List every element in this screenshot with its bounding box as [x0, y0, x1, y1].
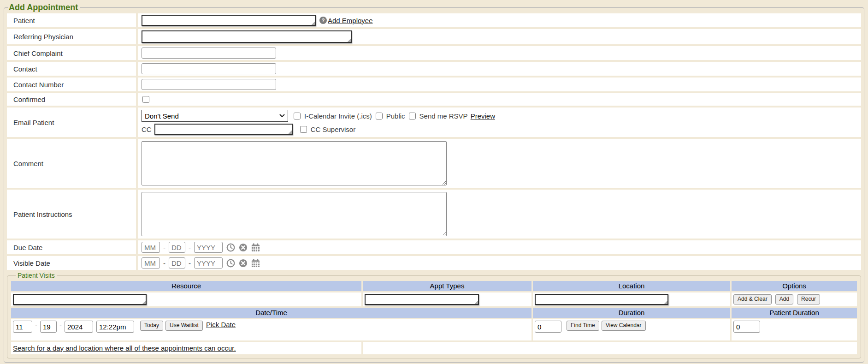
visit-datetime-row: - - Today Use Waitlist Pick Date Find Ti… [11, 319, 857, 340]
referring-physician-row: Referring Physician [7, 29, 861, 44]
patient-duration-input[interactable] [733, 321, 760, 333]
visit-day-input[interactable] [40, 321, 57, 333]
cc-input[interactable] [154, 124, 293, 135]
ical-invite-label: I-Calendar Invite (.ics) [304, 112, 372, 120]
send-rsvp-checkbox[interactable] [409, 113, 416, 119]
patient-row: Patient ? Add Employee [7, 13, 861, 27]
due-date-label: Due Date [7, 240, 136, 254]
comment-textarea[interactable] [142, 141, 447, 185]
visible-date-day-input[interactable] [169, 257, 185, 269]
find-time-button[interactable]: Find Time [567, 321, 599, 331]
add-appointment-section: Add Appointment Patient ? Add Employee R… [4, 3, 864, 363]
visit-time-input[interactable] [96, 321, 134, 333]
visible-date-label: Visible Date [7, 256, 136, 270]
due-date-day-input[interactable] [169, 242, 185, 253]
patient-visits-legend: Patient Visits [16, 272, 57, 279]
column-header-duration: Duration [533, 308, 730, 318]
visit-header-row-2: Date/Time Duration Patient Duration [11, 308, 857, 318]
pick-date-link[interactable]: Pick Date [206, 321, 236, 328]
email-send-select-value: Don't Send [145, 112, 179, 120]
column-header-patient-duration: Patient Duration [732, 308, 857, 318]
duration-input[interactable] [535, 321, 561, 333]
visible-date-month-input[interactable] [142, 257, 160, 269]
contact-number-row: Contact Number [7, 78, 861, 91]
date-separator: - [189, 244, 191, 251]
date-separator: - [189, 259, 191, 267]
due-date-month-input[interactable] [142, 242, 160, 253]
help-icon[interactable]: ? [319, 17, 327, 24]
clock-icon[interactable] [226, 259, 235, 268]
email-send-select[interactable]: Don't Send [142, 110, 288, 122]
contact-number-input[interactable] [142, 79, 276, 90]
contact-row: Contact [7, 62, 861, 76]
public-label: Public [386, 112, 405, 120]
cc-supervisor-label: CC Supervisor [311, 125, 356, 133]
clock-icon[interactable] [226, 243, 235, 252]
patient-visits-section: Patient Visits Resource Appt Types Locat… [7, 272, 861, 358]
contact-label: Contact [7, 62, 136, 76]
calendar-icon[interactable] [251, 259, 260, 268]
confirmed-label: Confirmed [7, 93, 136, 106]
add-employee-link[interactable]: Add Employee [328, 17, 373, 24]
patient-label: Patient [7, 13, 136, 27]
clear-date-icon[interactable] [239, 243, 248, 252]
referring-physician-label: Referring Physician [7, 29, 136, 44]
patient-instructions-textarea[interactable] [142, 192, 447, 236]
visit-month-input[interactable] [13, 321, 32, 333]
cc-supervisor-checkbox[interactable] [300, 126, 307, 133]
date-separator: - [163, 244, 165, 251]
use-waitlist-button[interactable]: Use Waitlist [165, 321, 203, 331]
view-calendar-button[interactable]: View Calendar [602, 321, 646, 331]
add-and-clear-button[interactable]: Add & Clear [733, 294, 772, 304]
comment-label: Comment [7, 139, 136, 188]
patient-input[interactable] [142, 15, 316, 26]
date-separator: - [35, 321, 37, 328]
recur-button[interactable]: Recur [797, 294, 820, 304]
send-rsvp-label: Send me RSVP [419, 112, 468, 120]
column-header-datetime: Date/Time [11, 308, 531, 318]
visit-year-input[interactable] [65, 321, 93, 333]
date-separator: - [59, 321, 62, 328]
column-header-resource: Resource [11, 281, 361, 291]
chief-complaint-label: Chief Complaint [7, 46, 136, 60]
public-checkbox[interactable] [376, 113, 383, 119]
chief-complaint-input[interactable] [142, 48, 276, 59]
cc-label: CC [142, 125, 152, 133]
due-date-row: Due Date - - [7, 240, 861, 254]
confirmed-checkbox[interactable] [142, 96, 149, 103]
column-header-appt-types: Appt Types [363, 281, 531, 291]
appt-types-input[interactable] [365, 294, 479, 305]
column-header-options: Options [732, 281, 857, 291]
comment-row: Comment [7, 139, 861, 188]
referring-physician-input[interactable] [142, 30, 352, 43]
page-title: Add Appointment [8, 3, 80, 12]
calendar-icon[interactable] [251, 243, 260, 252]
visible-date-row: Visible Date - - [7, 256, 861, 270]
preview-link[interactable]: Preview [471, 112, 495, 120]
visit-input-row: Add & Clear Add Recur [11, 292, 857, 306]
clear-date-icon[interactable] [239, 259, 248, 268]
location-input[interactable] [535, 294, 668, 305]
email-patient-label: Email Patient [7, 107, 136, 137]
contact-number-label: Contact Number [7, 78, 136, 91]
visit-search-row-filler [363, 342, 857, 354]
column-header-location: Location [533, 281, 730, 291]
visit-search-row: Search for a day and location where all … [11, 342, 857, 354]
due-date-year-input[interactable] [194, 242, 223, 253]
today-button[interactable]: Today [140, 321, 163, 331]
chevron-down-icon [279, 114, 285, 118]
date-separator: - [163, 259, 165, 267]
confirmed-row: Confirmed [7, 93, 861, 106]
patient-instructions-label: Patient Instructions [7, 190, 136, 239]
resource-input[interactable] [13, 294, 147, 305]
patient-instructions-row: Patient Instructions [7, 190, 861, 239]
contact-input[interactable] [142, 63, 276, 74]
add-button[interactable]: Add [775, 294, 793, 304]
chief-complaint-row: Chief Complaint [7, 46, 861, 60]
visible-date-year-input[interactable] [194, 257, 223, 269]
search-day-location-link[interactable]: Search for a day and location where all … [13, 344, 236, 352]
email-patient-row: Email Patient Don't Send I-Calendar Invi… [7, 107, 861, 137]
ical-invite-checkbox[interactable] [294, 113, 301, 119]
visit-header-row: Resource Appt Types Location Options [11, 281, 857, 291]
